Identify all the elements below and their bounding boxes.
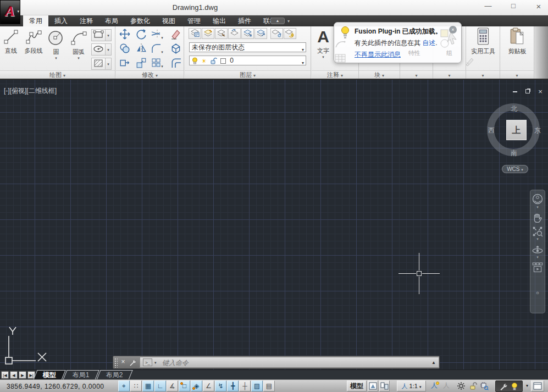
offset-tool-button[interactable] [169,57,183,70]
tray-bulb-icon[interactable] [511,382,518,391]
line-tool-button[interactable]: 直线 [1,29,21,55]
ribbon-tab-output[interactable]: 输出 [207,15,232,26]
toggle-quick-properties[interactable]: ▤ [263,380,275,391]
ribbon-tab-plugins[interactable]: 插件 [232,15,257,26]
quick-view-layouts-button[interactable] [368,380,378,391]
navigation-wheel-icon[interactable] [532,193,543,205]
tab-model[interactable]: 模型 [33,370,65,380]
orbit-icon[interactable] [532,244,544,255]
toggle-lineweight[interactable]: ┼ [239,380,251,391]
quick-view-drawings-button[interactable] [379,380,390,391]
fillet-tool-button[interactable]: ▾ [150,43,164,56]
text-dropdown-icon[interactable]: ▾ [313,55,333,59]
clipboard-button[interactable]: 剪贴板 [500,27,534,56]
viewcube-west-label[interactable]: 西 [488,126,495,135]
toggle-infer-constraints[interactable]: ⌖ [118,380,130,391]
model-space-button[interactable]: 模型 [347,380,367,391]
hardware-acceleration-button[interactable] [479,381,490,391]
stretch-tool-button[interactable] [118,57,132,70]
toggle-snap-mode[interactable]: ∷ [130,380,142,391]
zoom-icon[interactable] [532,226,543,237]
ribbon-tab-manage[interactable]: 管理 [181,15,207,26]
hatch-tool-button[interactable] [91,58,106,70]
toggle-ortho-mode[interactable]: ∟ [154,380,166,391]
toolbar-lock-button[interactable] [468,381,478,391]
panel-label-draw[interactable]: 绘图 ▾ [0,70,115,79]
window-maximize-button[interactable]: □ [507,2,520,10]
move-tool-button[interactable] [118,29,132,42]
ribbon-collapse-button[interactable]: ▲ [270,18,285,24]
circle-dropdown-icon[interactable]: ▾ [46,56,66,60]
tray-dropdown-icon[interactable]: ▾ [524,381,530,391]
panel-label-block[interactable]: 块 ▾ [359,70,400,79]
layer-lock-button[interactable] [254,28,267,39]
combo-dropdown-icon[interactable]: ▾ [302,59,304,68]
command-history-dropdown-icon[interactable]: ▾ [154,361,157,365]
layer-state-combo[interactable]: 未保存的图层状态▾ [189,42,306,52]
arc-dropdown-icon[interactable]: ▾ [68,56,89,60]
command-input[interactable]: >_ ▾ 键入命令 ▲ [140,357,439,368]
pan-hand-icon[interactable] [532,212,543,223]
trim-dropdown-icon[interactable]: ▾ [161,36,163,40]
panel-label-layers[interactable]: 图层 ▾ [185,70,311,79]
command-prompt-icon[interactable]: >_ [143,358,152,366]
layer-unisolate-button[interactable] [228,28,241,39]
mirror-tool-button[interactable] [134,43,148,56]
rectangle-tool-button[interactable] [91,29,106,41]
clean-screen-button[interactable] [531,380,544,391]
trim-tool-button[interactable]: ▾ [150,29,164,42]
panel-label-properties[interactable]: ▾ [400,70,433,79]
viewcube-east-label[interactable]: 东 [534,126,541,135]
annotation-autoscale-button[interactable]: 人 [441,381,452,391]
array-tool-button[interactable]: ▾ [150,57,164,70]
ribbon-tab-layout[interactable]: 布局 [99,15,124,26]
toggle-dynamic-ucs[interactable]: ↯ [215,380,226,391]
copy-tool-button[interactable] [118,43,132,56]
panel-label-clipboard[interactable]: ▾ [500,70,534,79]
viewcube-south-label[interactable]: 南 [511,148,517,158]
layer-isolate-button[interactable] [215,28,228,39]
layer-properties-button[interactable] [189,28,201,39]
combo-dropdown-icon[interactable]: ▾ [302,46,304,54]
layer-match-button[interactable] [270,28,283,39]
viewcube-north-label[interactable]: 北 [511,104,517,114]
ribbon-tab-parametric[interactable]: 参数化 [124,15,156,26]
panel-label-annotation[interactable]: 注释 ▾ [312,70,358,79]
rotate-tool-button[interactable] [134,29,148,42]
ellipse-dropdown-icon[interactable]: ▾ [106,43,112,56]
window-minimize-button[interactable]: — [481,2,495,10]
annotation-scale-button[interactable]: 人 1:1 ▾ [397,380,426,391]
panel-label-utilities[interactable]: ▾ [466,70,500,79]
window-close-button[interactable]: × [532,2,545,11]
polyline-tool-button[interactable]: 多段线 [21,29,46,55]
toggle-3d-object-snap[interactable]: ◈ [191,380,202,391]
toggle-dynamic-input[interactable]: ╋ [227,380,239,391]
ellipse-tool-button[interactable] [91,43,106,56]
dismiss-link[interactable]: 不再显示此消息 [355,51,401,58]
ribbon-collapse-dropdown-icon[interactable]: ▾ [287,19,290,24]
erase-tool-button[interactable] [169,29,183,42]
rectangle-dropdown-icon[interactable]: ▾ [106,29,112,41]
tab-layout1[interactable]: 布局1 [63,370,99,380]
ribbon-tab-home[interactable]: 常用 [23,15,48,26]
scale-tool-button[interactable] [134,57,148,70]
ribbon-tab-annotate[interactable]: 注释 [74,15,99,26]
annotation-visibility-button[interactable]: 人 [429,381,440,391]
showmotion-icon[interactable] [532,262,543,275]
command-drag-grip[interactable] [114,358,118,368]
next-layout-button[interactable]: ▶ [19,371,26,379]
viewport-controls-label[interactable]: [-][俯视][二维线框] [4,86,57,96]
layer-freeze-button[interactable] [241,28,254,39]
orbit-dropdown-icon[interactable]: ▾ [530,255,545,260]
navbar-customize-icon[interactable]: ⊖ [530,291,545,295]
command-customize-wrench-icon[interactable] [129,358,137,367]
command-expand-icon[interactable]: ▲ [431,360,436,365]
toggle-transparency[interactable]: ▨ [251,380,263,391]
readme-link[interactable]: 自述 [422,39,435,47]
first-layout-button[interactable]: |◀ [1,371,9,379]
panel-label-modify[interactable]: 修改 ▾ [116,70,184,79]
toggle-object-snap[interactable]: □ [179,380,190,391]
wcs-menu[interactable]: WCS ▾ [502,165,528,173]
wheel-dropdown-icon[interactable]: ▾ [530,205,545,209]
text-tool-button[interactable]: A 文字 ▾ [313,27,333,59]
